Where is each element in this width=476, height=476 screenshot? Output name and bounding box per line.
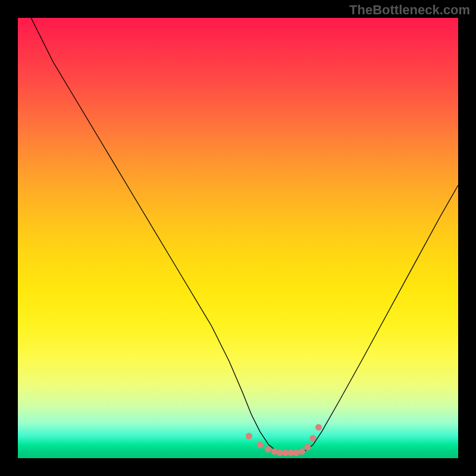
highlight-dot	[309, 435, 316, 441]
highlight-dot	[277, 450, 283, 456]
highlight-dot	[257, 441, 264, 448]
highlight-dot	[304, 444, 311, 450]
highlight-dot	[299, 448, 305, 455]
bottleneck-curve	[31, 18, 458, 454]
highlight-dot	[293, 450, 299, 456]
highlight-dot	[315, 424, 322, 431]
highlight-dot	[265, 446, 271, 453]
plot-area	[18, 18, 458, 458]
watermark-text: TheBottleneck.com	[349, 2, 470, 18]
chart-svg	[18, 18, 458, 458]
highlight-dots-group	[246, 424, 322, 456]
highlight-dot	[246, 433, 252, 440]
